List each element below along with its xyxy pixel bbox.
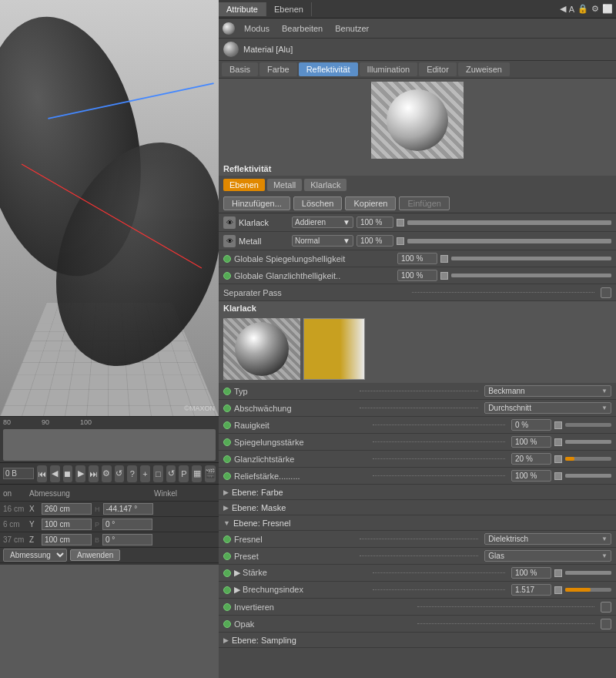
ebene-fresnel-row[interactable]: ▼ Ebene: Fresnel [219, 515, 616, 531]
abschwachung-radio[interactable] [223, 404, 231, 412]
stop-btn[interactable]: ⏹ [63, 465, 73, 482]
spiegelung-value[interactable]: 100 % [397, 253, 437, 264]
play-btn[interactable]: ▶ [75, 465, 85, 482]
brechungsindex-radio[interactable] [223, 586, 231, 594]
glanzlichtstarke-slider[interactable] [565, 457, 611, 461]
pe-h-input[interactable] [103, 503, 153, 515]
typ-dropdown[interactable]: Beckmann ▼ [484, 385, 611, 397]
brechungsindex-value[interactable]: 1.517 [511, 584, 551, 596]
opak-radio[interactable] [223, 620, 231, 628]
glanz-radio[interactable] [223, 272, 231, 280]
rotate-btn[interactable]: ↺ [166, 465, 176, 482]
typ-radio[interactable] [223, 388, 231, 395]
spiegelung-radio[interactable] [223, 255, 231, 263]
metall-blend-dropdown[interactable]: Normal▼ [292, 235, 353, 247]
tab-ebenen[interactable]: Ebenen [266, 2, 312, 16]
glanz-slider[interactable] [451, 274, 611, 277]
arrow-right-icon[interactable]: A [569, 5, 574, 14]
invertieren-radio[interactable] [223, 603, 231, 611]
klarlack-blend-dropdown[interactable]: Addieren▼ [292, 216, 353, 228]
p-btn[interactable]: P [179, 465, 189, 482]
metall-eye-icon[interactable]: 👁 [223, 235, 236, 247]
lock-icon[interactable]: 🔒 [578, 4, 588, 14]
loeschen-btn[interactable]: Löschen [293, 196, 343, 210]
modus-menu[interactable]: Modus [241, 23, 273, 34]
pe-b-input[interactable] [102, 534, 152, 545]
fresnel-radio[interactable] [223, 535, 231, 543]
glanzlichtstarke-value[interactable]: 20 % [511, 453, 551, 465]
rauigkeit-radio[interactable] [223, 421, 231, 429]
reliefstarke-slider[interactable] [565, 474, 611, 478]
metall-pct-btn[interactable] [397, 237, 404, 245]
pe-p-input[interactable] [102, 519, 152, 530]
starke-value[interactable]: 100 % [511, 567, 551, 579]
abmessung-select[interactable]: Abmessung [3, 549, 67, 562]
spiegelungsstarke-radio[interactable] [223, 438, 231, 446]
play-fwd-btn[interactable]: ⏭ [89, 465, 99, 482]
abschwachung-dropdown[interactable]: Durchschnitt ▼ [484, 402, 611, 414]
bi-btn[interactable] [554, 586, 562, 594]
tab-basis[interactable]: Basis [222, 62, 258, 76]
brechungsindex-slider[interactable] [565, 588, 611, 592]
starke-radio[interactable] [223, 569, 231, 577]
tab-reflektivitaet[interactable]: Reflektivität [299, 62, 358, 76]
benutzer-menu[interactable]: Benutzer [332, 23, 372, 34]
ebene-farbe-row[interactable]: ▶ Ebene: Farbe [219, 485, 616, 500]
reliefstarke-value[interactable]: 100 % [511, 470, 551, 482]
ebene-maske-row[interactable]: ▶ Ebene: Maske [219, 500, 616, 515]
bearbeiten-menu[interactable]: Bearbeiten [279, 23, 326, 34]
step-back-btn[interactable]: ◀ [50, 465, 60, 482]
camera-btn[interactable]: 🎬 [205, 465, 216, 482]
tab-farbe[interactable]: Farbe [259, 62, 297, 76]
settings-icon[interactable]: ⚙ [591, 4, 599, 14]
spiegelungsstarke-value[interactable]: 100 % [511, 436, 551, 448]
b-input[interactable] [3, 468, 34, 479]
anwenden-button[interactable]: Anwenden [70, 549, 120, 561]
layer-tab-ebenen[interactable]: Ebenen [223, 179, 265, 191]
play-back-btn[interactable]: ⏮ [37, 465, 47, 482]
preset-radio[interactable] [223, 552, 231, 560]
metall-slider[interactable] [407, 239, 611, 243]
kopieren-btn[interactable]: Kopieren [345, 196, 396, 210]
settings-btn[interactable]: ⚙ [102, 465, 112, 482]
layer-tab-klarlack[interactable]: Klarlack [304, 179, 346, 191]
metall-pct[interactable]: 100 % [357, 235, 393, 247]
pe-x-input[interactable] [42, 503, 92, 515]
add-btn[interactable]: + [140, 465, 150, 482]
tab-attribute[interactable]: Attribute [219, 2, 266, 16]
gl-btn[interactable] [554, 455, 562, 463]
sp-btn[interactable] [554, 438, 562, 446]
viewport-3d[interactable]: ©MAXON [0, 0, 219, 416]
hinzufuegen-btn[interactable]: Hinzufügen... [223, 196, 290, 210]
tab-editor[interactable]: Editor [419, 62, 457, 76]
grid-btn[interactable]: ▦ [192, 465, 202, 482]
glanz-pct-btn[interactable] [440, 272, 448, 280]
glanz-value[interactable]: 100 % [397, 270, 437, 281]
starke-slider[interactable] [565, 571, 611, 575]
spiegelung-pct-btn[interactable] [440, 255, 448, 263]
preset-dropdown[interactable]: Glas ▼ [484, 550, 611, 562]
spiegelung-slider[interactable] [451, 257, 611, 260]
einfuegen-btn[interactable]: Einfügen [399, 196, 449, 210]
separater-pass-checkbox[interactable] [601, 287, 611, 298]
opak-checkbox[interactable] [601, 619, 611, 629]
rauigkeit-slider[interactable] [565, 423, 611, 427]
spiegelungsstarke-slider[interactable] [565, 440, 611, 444]
klarlack-pct-btn[interactable] [397, 219, 404, 227]
klarlack-slider[interactable] [407, 220, 611, 225]
fresnel-dropdown[interactable]: Dielektrisch ▼ [484, 533, 611, 545]
pe-z-input[interactable] [42, 534, 92, 545]
layer-tab-metall[interactable]: Metall [267, 179, 302, 191]
reliefstarke-radio[interactable] [223, 472, 231, 480]
re-btn[interactable] [554, 472, 562, 480]
help-btn[interactable]: ? [127, 465, 137, 482]
pe-y-input[interactable] [42, 519, 92, 530]
rauigkeit-value[interactable]: 0 % [511, 419, 551, 431]
window-icon[interactable]: ⬜ [602, 4, 613, 14]
klarlack-pct[interactable]: 100 % [357, 216, 393, 228]
glanzlichtstarke-radio[interactable] [223, 455, 231, 463]
invertieren-checkbox[interactable] [601, 602, 611, 613]
tab-zuweisen[interactable]: Zuweisen [458, 62, 510, 76]
arrow-left-icon[interactable]: ◀ [560, 4, 566, 14]
st-btn[interactable] [554, 569, 562, 577]
